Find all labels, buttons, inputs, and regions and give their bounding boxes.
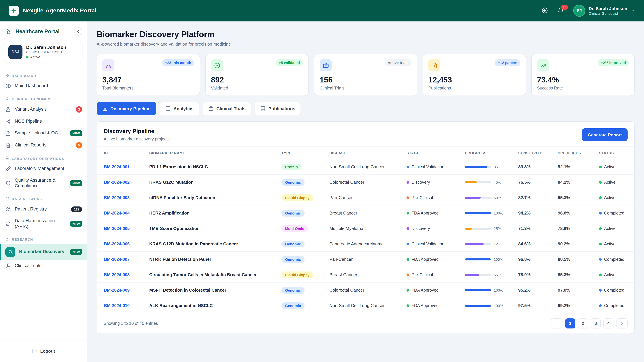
sidebar-profile-card: DSJ Dr. Sarah Johnson CLINICAL GENETICIS… bbox=[4, 41, 83, 63]
status-badge: Active bbox=[599, 242, 634, 246]
stage-label: Discovery bbox=[412, 226, 430, 231]
progress-cell: 55% bbox=[465, 273, 518, 277]
progress-bar bbox=[465, 305, 491, 307]
row-id-link[interactable]: BM-2024-003 bbox=[104, 195, 149, 200]
brand-title: Nexgile-AgentMedix Portal bbox=[23, 7, 96, 14]
stage-label: FDA Approved bbox=[412, 257, 438, 262]
status-dot bbox=[599, 243, 602, 245]
table-row[interactable]: BM-2024-009MSI-H Detection in Colorectal… bbox=[97, 283, 634, 298]
prev-page-button[interactable] bbox=[551, 319, 562, 329]
row-id-link[interactable]: BM-2024-002 bbox=[104, 180, 149, 185]
tab-clinical-trials[interactable]: Clinical Trials bbox=[202, 102, 251, 115]
page-button-4[interactable]: 4 bbox=[604, 319, 614, 329]
row-id-link[interactable]: BM-2024-005 bbox=[104, 226, 149, 231]
row-id-link[interactable]: BM-2024-004 bbox=[104, 211, 149, 215]
progress-bar bbox=[465, 166, 491, 168]
sidebar-item-sample-upload-qc[interactable]: Sample Upload & QCNEW bbox=[0, 127, 87, 139]
sidebar-item-biomarker-discovery[interactable]: Biomarker DiscoveryNEW bbox=[0, 244, 87, 260]
sidebar-item-patient-registry[interactable]: Patient Registry127 bbox=[0, 203, 87, 215]
table-row[interactable]: BM-2024-010ALK Rearrangement in NSCLCGen… bbox=[97, 298, 634, 313]
sensitivity: 82.7% bbox=[518, 195, 558, 200]
progress-cell: 25% bbox=[465, 226, 518, 230]
column-header-specificity: Specificity bbox=[558, 147, 599, 159]
tab-label: Discovery Pipeline bbox=[110, 106, 150, 111]
table-row[interactable]: BM-2024-001PD-L1 Expression in NSCLCProt… bbox=[97, 159, 634, 175]
disease: Pan-Cancer bbox=[330, 195, 406, 200]
status-badge: Active bbox=[599, 195, 634, 200]
sidebar-item-variant-analysis[interactable]: Variant Analysis3 bbox=[0, 103, 87, 116]
sensitivity: 78.9% bbox=[518, 272, 558, 277]
stage: FDA Approved bbox=[406, 211, 465, 215]
generate-report-button[interactable]: Generate Report bbox=[582, 128, 628, 141]
app: Nexgile-AgentMedix Portal 12 SJ Dr. Sara… bbox=[0, 0, 644, 362]
notifications-button[interactable]: 12 bbox=[555, 5, 566, 16]
user-name: Dr. Sarah Johnson bbox=[589, 6, 627, 11]
biomarker-name: ALK Rearrangement in NSCLC bbox=[149, 303, 282, 308]
sidebar-item-quality-assurance-compliance[interactable]: Quality Assurance & ComplianceNEW bbox=[0, 175, 87, 192]
logout-button[interactable]: Logout bbox=[5, 345, 82, 357]
sidebar-title: Healthcare Portal bbox=[16, 28, 71, 34]
sidebar-item-clinical-reports[interactable]: Clinical Reports5 bbox=[0, 139, 87, 151]
sidebar-section-label: Research bbox=[0, 232, 87, 244]
table-row[interactable]: BM-2024-004HER2 AmplificationGenomicBrea… bbox=[97, 205, 634, 221]
check-seal-icon bbox=[211, 59, 223, 71]
nodes-icon bbox=[5, 119, 11, 124]
panel-title: Discovery Pipeline bbox=[104, 128, 170, 135]
stat-card-success-rate: +2% improved73.4%Success Rate bbox=[531, 54, 634, 96]
row-id-link[interactable]: BM-2024-001 bbox=[104, 164, 149, 169]
sidebar-section-clinical-genomics: Clinical GenomicsVariant Analysis3NGS Pi… bbox=[0, 92, 87, 151]
type-pill: Genomic bbox=[282, 210, 304, 216]
sidebar-item-data-harmonization-aria[interactable]: Data Harmonization (ARIA)NEW bbox=[0, 215, 87, 233]
collapse-sidebar-button[interactable] bbox=[74, 27, 82, 35]
stage-label: Discovery bbox=[412, 180, 430, 185]
tab-analytics[interactable]: Analytics bbox=[160, 102, 199, 115]
sidebar-item-clinical-trials[interactable]: Clinical Trials bbox=[0, 260, 87, 272]
user-menu[interactable]: SJ Dr. Sarah Johnson Clinical Geneticist bbox=[573, 5, 635, 17]
row-id-link[interactable]: BM-2024-007 bbox=[104, 257, 149, 262]
page-button-3[interactable]: 3 bbox=[591, 319, 601, 329]
status-badge: Completed bbox=[599, 257, 634, 262]
status-label: Active bbox=[604, 195, 616, 200]
type-cell: Liquid Biopsy bbox=[282, 194, 330, 201]
add-button[interactable] bbox=[539, 5, 550, 16]
disease: Non-Small Cell Lung Cancer bbox=[330, 303, 406, 308]
specificity: 97.8% bbox=[558, 288, 599, 293]
type-pill: Genomic bbox=[282, 256, 304, 263]
tab-publications[interactable]: Publications bbox=[254, 102, 301, 115]
app-logo-medical-cross-icon bbox=[9, 6, 19, 16]
new-badge: NEW bbox=[70, 249, 82, 255]
table-row[interactable]: BM-2024-007NTRK Fusion Detection PanelGe… bbox=[97, 252, 634, 267]
tab-discovery-pipeline[interactable]: Discovery Pipeline bbox=[96, 102, 156, 115]
sidebar-item-main-dashboard[interactable]: Main Dashboard bbox=[0, 80, 87, 92]
stage-label: Pre-Clinical bbox=[412, 195, 433, 200]
profile-name: Dr. Sarah Johnson bbox=[26, 45, 66, 50]
table-row[interactable]: BM-2024-008Circulating Tumor Cells in Me… bbox=[97, 267, 634, 283]
sidebar-section-label: Laboratory Operations bbox=[0, 151, 87, 163]
table-row[interactable]: BM-2024-006KRAS G12D Mutation in Pancrea… bbox=[97, 236, 634, 252]
table-row[interactable]: BM-2024-003ctDNA Panel for Early Detecti… bbox=[97, 190, 634, 205]
column-header-id: ID bbox=[104, 147, 149, 159]
stage-dot bbox=[406, 304, 409, 307]
stat-label: Validated bbox=[211, 86, 303, 90]
table-row[interactable]: BM-2024-002KRAS G12C MutationGenomicColo… bbox=[97, 175, 634, 190]
next-page-button[interactable] bbox=[616, 319, 628, 329]
stage: FDA Approved bbox=[406, 257, 465, 262]
pagination: 1234 bbox=[551, 319, 628, 329]
chevron-down-icon bbox=[630, 8, 635, 13]
progress-cell: 60% bbox=[465, 196, 518, 200]
dna-icon bbox=[5, 96, 10, 101]
row-id-link[interactable]: BM-2024-010 bbox=[104, 303, 149, 308]
row-id-link[interactable]: BM-2024-008 bbox=[104, 272, 149, 277]
sidebar-item-ngs-pipeline[interactable]: NGS Pipeline bbox=[0, 116, 87, 127]
row-id-link[interactable]: BM-2024-009 bbox=[104, 288, 149, 293]
stage: Discovery bbox=[406, 226, 465, 231]
new-badge: NEW bbox=[70, 180, 82, 186]
table-row[interactable]: BM-2024-005TMB Score OptimizationMulti-O… bbox=[97, 221, 634, 236]
sensitivity: 84.6% bbox=[518, 241, 558, 246]
page-button-1[interactable]: 1 bbox=[565, 319, 575, 329]
page-button-2[interactable]: 2 bbox=[578, 319, 588, 329]
row-id-link[interactable]: BM-2024-006 bbox=[104, 242, 149, 246]
stage: Clinical Validation bbox=[406, 242, 465, 246]
sidebar-item-laboratory-management[interactable]: Laboratory Management bbox=[0, 163, 87, 175]
sensitivity: 96.8% bbox=[518, 257, 558, 262]
